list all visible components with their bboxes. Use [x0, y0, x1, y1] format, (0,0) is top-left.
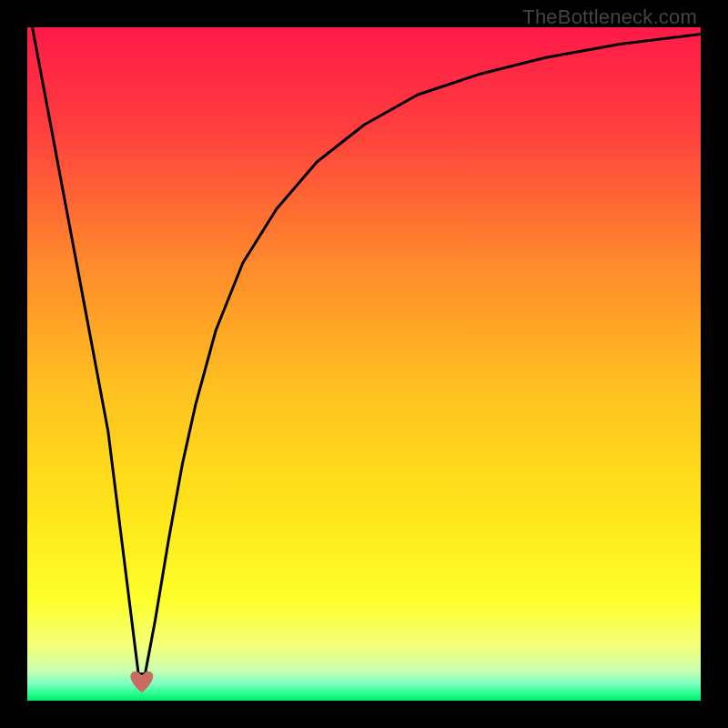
chart-svg — [27, 27, 701, 701]
chart-frame: TheBottleneck.com — [0, 0, 728, 728]
watermark-text: TheBottleneck.com — [522, 5, 697, 29]
plot-area — [27, 27, 701, 701]
